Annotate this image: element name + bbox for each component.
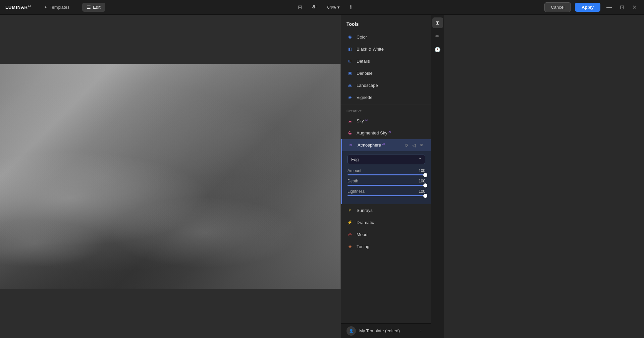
- cancel-button[interactable]: Cancel: [544, 2, 571, 12]
- denoise-label: Denoise: [357, 71, 425, 76]
- chevron-down-icon: ▾: [337, 5, 340, 10]
- main-area: Tools ◉ Color ◧ Black & White ⊞ Details …: [0, 15, 644, 338]
- sky-icon: ☁: [346, 118, 353, 124]
- zoom-control[interactable]: 64% ▾: [324, 3, 342, 11]
- sidebar-item-vignette[interactable]: ◉ Vignette: [341, 91, 431, 103]
- panel-right: Tools ◉ Color ◧ Black & White ⊞ Details …: [341, 15, 644, 338]
- amount-slider-track[interactable]: [347, 174, 425, 175]
- sunrays-icon: ✳: [346, 207, 353, 214]
- black-white-icon: ◧: [346, 46, 353, 52]
- dramatic-icon: ⚡: [346, 219, 353, 226]
- topbar-left: LUMINARAI ✦ Templates ☰ Edit: [5, 3, 105, 12]
- sidebar-item-sky[interactable]: ☁ Sky AI: [341, 115, 431, 127]
- depth-slider-fill: [347, 185, 425, 186]
- apply-button[interactable]: Apply: [575, 3, 600, 12]
- atmosphere-actions: ↺ ◁ 👁: [403, 142, 425, 149]
- eye-btn[interactable]: 👁: [310, 3, 319, 12]
- edit-icon: ☰: [87, 5, 91, 10]
- lightness-value: 100: [419, 189, 425, 194]
- icon-bar: ⊞ ✏ 🕐: [431, 15, 444, 338]
- lightness-label: Lightness: [347, 189, 365, 194]
- atmosphere-icon: ≋: [347, 142, 354, 149]
- clock-icon-btn[interactable]: 🕐: [432, 44, 443, 55]
- more-options-btn[interactable]: ···: [416, 327, 425, 335]
- template-name: My Template (edited): [359, 328, 412, 333]
- details-label: Details: [357, 59, 425, 64]
- dropdown-chevron-icon: ⌃: [418, 157, 422, 162]
- amount-label: Amount: [347, 168, 361, 173]
- creative-section-header: Creative: [341, 106, 431, 115]
- lightness-label-row: Lightness 100: [347, 189, 425, 194]
- sidebar-item-dramatic[interactable]: ⚡ Dramatic: [341, 216, 431, 228]
- app-logo: LUMINARAI: [5, 5, 31, 10]
- vignette-icon: ◉: [346, 94, 353, 101]
- sidebar-item-landscape[interactable]: ⛰ Landscape: [341, 79, 431, 91]
- panel-title: Tools: [341, 19, 431, 31]
- atmosphere-content: Fog ⌃ Amount 100: [341, 151, 431, 204]
- tools-scroll: Tools ◉ Color ◧ Black & White ⊞ Details …: [341, 15, 431, 323]
- maximize-btn[interactable]: ⊡: [618, 3, 626, 12]
- augmented-sky-label: Augmented Sky AI: [357, 130, 425, 135]
- sky-label: Sky AI: [357, 118, 425, 123]
- atmosphere-reset-btn[interactable]: ↺: [403, 142, 410, 149]
- sidebar-item-color[interactable]: ◉ Color: [341, 31, 431, 43]
- lightness-slider-track[interactable]: [347, 195, 425, 196]
- details-icon: ⊞: [346, 58, 353, 64]
- depth-value: 100: [419, 179, 425, 183]
- toning-icon: ◈: [346, 243, 353, 250]
- amount-slider-row: Amount 100: [347, 168, 425, 175]
- templates-nav[interactable]: ✦ Templates: [39, 3, 74, 12]
- depth-slider-track[interactable]: [347, 185, 425, 186]
- vignette-label: Vignette: [357, 95, 425, 100]
- photo-container: [0, 64, 341, 289]
- photo-canvas: [0, 64, 340, 289]
- sidebar-item-sunrays[interactable]: ✳ Sunrays: [341, 204, 431, 216]
- templates-icon: ✦: [44, 5, 48, 10]
- info-btn[interactable]: ℹ: [348, 3, 354, 12]
- tools-icon-btn[interactable]: ⊞: [432, 17, 443, 28]
- edit-icon-btn[interactable]: ✏: [432, 31, 443, 42]
- canvas-area: [0, 15, 341, 338]
- amount-value: 100: [419, 168, 425, 173]
- edit-nav[interactable]: ☰ Edit: [82, 3, 105, 12]
- sidebar-item-denoise[interactable]: ▣ Denoise: [341, 67, 431, 79]
- color-icon: ◉: [346, 34, 353, 40]
- atmosphere-prev-btn[interactable]: ◁: [411, 142, 417, 149]
- section-divider: [341, 105, 431, 105]
- landscape-label: Landscape: [357, 83, 425, 88]
- topbar-center: ⊟ 👁 64% ▾ ℹ: [296, 3, 354, 12]
- fog-type-dropdown[interactable]: Fog ⌃: [347, 155, 425, 164]
- sidebar-item-toning[interactable]: ◈ Toning: [341, 240, 431, 252]
- denoise-icon: ▣: [346, 70, 353, 76]
- tools-panel: Tools ◉ Color ◧ Black & White ⊞ Details …: [341, 15, 431, 338]
- black-white-label: Black & White: [357, 47, 425, 52]
- augmented-sky-icon: 🌤: [346, 130, 353, 136]
- mood-label: Mood: [357, 232, 425, 237]
- bottom-bar: 👤 My Template (edited) ···: [341, 323, 431, 338]
- atmosphere-label: Atmosphere AI: [358, 143, 400, 148]
- fog-overlay: [0, 64, 340, 289]
- sidebar-item-black-white[interactable]: ◧ Black & White: [341, 43, 431, 55]
- view-toggle-btn[interactable]: ⊟: [296, 3, 304, 12]
- dramatic-label: Dramatic: [357, 220, 425, 225]
- close-btn[interactable]: ✕: [630, 3, 639, 12]
- landscape-icon: ⛰: [346, 82, 353, 89]
- amount-slider-fill: [347, 174, 425, 175]
- lightness-slider-fill: [347, 195, 425, 196]
- sidebar-item-details[interactable]: ⊞ Details: [341, 55, 431, 67]
- sidebar-item-atmosphere[interactable]: ≋ Atmosphere AI ↺ ◁ 👁: [341, 139, 431, 151]
- sidebar-item-mood[interactable]: ◎ Mood: [341, 228, 431, 240]
- template-avatar: 👤: [346, 326, 356, 336]
- atmosphere-eye-btn[interactable]: 👁: [418, 142, 425, 149]
- color-label: Color: [357, 35, 425, 40]
- depth-slider-row: Depth 100: [347, 179, 425, 186]
- depth-label-row: Depth 100: [347, 179, 425, 183]
- fog-type-value: Fog: [351, 157, 359, 162]
- minimize-btn[interactable]: —: [604, 3, 614, 12]
- topbar: LUMINARAI ✦ Templates ☰ Edit ⊟ 👁 64% ▾ ℹ…: [0, 0, 644, 15]
- amount-slider-thumb: [423, 173, 427, 177]
- sunrays-label: Sunrays: [357, 208, 425, 213]
- sidebar-item-augmented-sky[interactable]: 🌤 Augmented Sky AI: [341, 127, 431, 139]
- toning-label: Toning: [357, 244, 425, 249]
- amount-label-row: Amount 100: [347, 168, 425, 173]
